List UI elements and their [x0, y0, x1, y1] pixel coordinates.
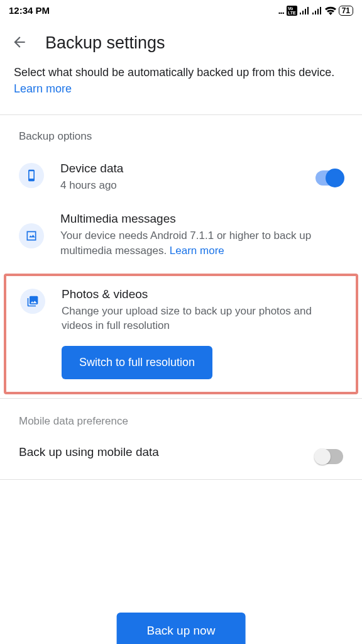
signal-icon-1	[300, 7, 310, 14]
mms-row[interactable]: Multimedia messages Your device needs An…	[0, 204, 362, 270]
status-right: ... VoLTE 71	[278, 5, 353, 16]
image-icon	[19, 223, 44, 248]
phone-icon	[19, 163, 44, 188]
switch-resolution-button[interactable]: Switch to full resolution	[62, 346, 212, 379]
header: Backup settings	[0, 18, 362, 64]
backup-options-label: Backup options	[0, 115, 362, 154]
photos-row[interactable]: Photos & videos Change your upload size …	[20, 287, 342, 334]
mobile-pref-label: Mobile data preference	[0, 399, 362, 434]
dots-icon: ...	[278, 5, 284, 16]
intro-body: Select what should be automatically back…	[14, 66, 334, 79]
battery-icon: 71	[339, 6, 353, 16]
wifi-icon	[325, 6, 336, 15]
mobile-data-title: Back up using mobile data	[19, 445, 159, 459]
backup-now-button[interactable]: Back up now	[117, 613, 246, 644]
photos-title: Photos & videos	[62, 287, 342, 301]
learn-more-link[interactable]: Learn more	[14, 82, 72, 95]
mms-title: Multimedia messages	[60, 212, 343, 226]
device-data-sub: 4 hours ago	[60, 178, 299, 193]
signal-icon-2	[312, 7, 322, 14]
photos-highlight-box: Photos & videos Change your upload size …	[4, 274, 358, 395]
back-arrow-icon[interactable]	[11, 34, 28, 53]
status-bar: 12:34 PM ... VoLTE 71	[0, 0, 362, 18]
volte-icon: VoLTE	[287, 6, 297, 16]
divider-3	[0, 479, 362, 480]
intro-text: Select what should be automatically back…	[0, 64, 362, 114]
gallery-icon	[20, 289, 45, 314]
mms-sub: Your device needs Android 7.1.1 or highe…	[60, 228, 343, 258]
status-time: 12:34 PM	[9, 5, 50, 16]
page-title: Backup settings	[45, 33, 165, 53]
device-data-toggle[interactable]	[315, 170, 343, 186]
mobile-data-toggle[interactable]	[315, 449, 343, 464]
photos-body: Photos & videos Change your upload size …	[62, 287, 342, 334]
mms-body: Multimedia messages Your device needs An…	[60, 212, 343, 258]
device-data-title: Device data	[60, 162, 299, 175]
device-data-row[interactable]: Device data 4 hours ago	[0, 154, 362, 204]
mobile-data-row[interactable]: Back up using mobile data	[0, 434, 362, 479]
mms-learn-more-link[interactable]: Learn more	[170, 245, 224, 257]
photos-sub: Change your upload size to back up your …	[62, 304, 342, 334]
device-data-body: Device data 4 hours ago	[60, 162, 299, 193]
